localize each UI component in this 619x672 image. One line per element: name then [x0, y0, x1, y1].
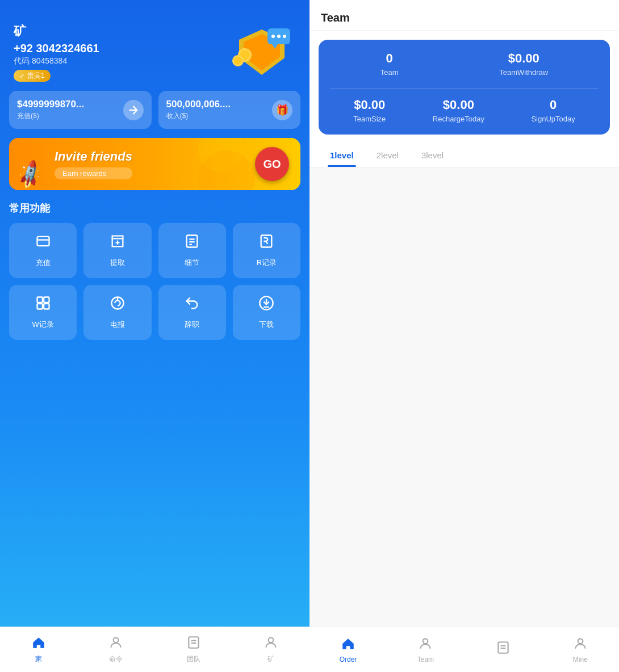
func-withdraw[interactable]: 提取	[83, 223, 151, 278]
func-detail[interactable]: 细节	[158, 223, 226, 278]
nav-home-label-left: 家	[35, 654, 42, 664]
svg-rect-18	[37, 297, 42, 303]
svg-point-5	[277, 35, 281, 38]
functions-grid-row2: W记录 电报 辞职	[0, 285, 310, 340]
svg-rect-11	[37, 237, 49, 246]
stat-team-size: $0.00 TeamSize	[353, 98, 386, 123]
team-stats-bottom: $0.00 TeamSize $0.00 RechargeToday 0 Sig…	[330, 98, 599, 123]
home-icon-left	[31, 635, 46, 653]
page-title: Team	[321, 11, 350, 24]
nav-order-label-right: Order	[340, 656, 357, 663]
svg-point-6	[283, 35, 286, 38]
nav-team-left[interactable]: 团队	[155, 627, 232, 672]
mine-icon-right	[573, 636, 588, 654]
header-left: 矿 +92 3042324661 代码 80458384 ✓ 贵宾1	[14, 23, 99, 82]
right-panel: Team 0 Team $0.00 TeamWithdraw $0.00 Tea…	[310, 0, 619, 672]
stat-team-value: 0	[386, 51, 393, 66]
svg-point-10	[234, 57, 242, 65]
svg-point-30	[423, 639, 428, 644]
team-icon-right	[418, 636, 433, 654]
balance-row: $4999999870... 充值($) 500,000,006.... 收入(…	[0, 91, 310, 129]
blank-icon-right	[496, 640, 511, 658]
func-w-record-label: W记录	[32, 320, 53, 330]
func-download[interactable]: 下载	[233, 285, 300, 340]
func-download-label: 下载	[259, 320, 274, 330]
nav-command-left[interactable]: 命令	[77, 627, 154, 672]
func-withdraw-label: 提取	[110, 258, 125, 268]
nav-home-left[interactable]: 家	[0, 627, 77, 672]
stat-team-withdraw-label: TeamWithdraw	[499, 68, 548, 77]
withdraw-icon	[110, 233, 126, 253]
stat-recharge-today: $0.00 RechargeToday	[433, 98, 484, 123]
w-record-icon	[35, 295, 51, 315]
nav-team-label-left: 团队	[187, 654, 200, 664]
header-area: 矿 +92 3042324661 代码 80458384 ✓ 贵宾1	[0, 0, 310, 91]
team-stats-card: 0 Team $0.00 TeamWithdraw $0.00 TeamSize…	[319, 40, 610, 135]
func-recharge-label: 充值	[36, 258, 51, 268]
header-decoration	[228, 24, 296, 81]
vip-badge: ✓ 贵宾1	[14, 70, 51, 82]
balance-amount-1: $4999999870...	[17, 99, 84, 110]
phone-number: +92 3042324661	[14, 42, 99, 55]
balance-icon-1	[123, 100, 144, 120]
invite-go-button[interactable]: GO	[255, 147, 289, 181]
invite-title: Invite friends	[55, 149, 132, 164]
func-r-record-label: R记录	[257, 258, 277, 268]
stat-recharge-today-value: $0.00	[443, 98, 474, 112]
right-header: Team	[310, 0, 619, 31]
svg-rect-21	[44, 304, 49, 309]
referral-code: 代码 80458384	[14, 56, 99, 66]
download-icon	[258, 295, 274, 315]
func-resign[interactable]: 辞职	[158, 285, 226, 340]
team-icon-left	[186, 635, 201, 653]
functions-grid-row1: 充值 提取 细节	[0, 223, 310, 278]
checkmark-icon: ✓	[19, 72, 25, 80]
level-tabs: 1level 2level 3level	[310, 144, 619, 167]
balance-card-1[interactable]: $4999999870... 充值($)	[9, 91, 152, 129]
stat-signup-today-value: 0	[550, 98, 557, 112]
balance-label-2: 收入($)	[166, 111, 231, 121]
nav-mine-label-left: 矿	[267, 654, 274, 664]
balance-card-1-left: $4999999870... 充值($)	[17, 99, 84, 121]
resign-icon	[184, 295, 200, 315]
svg-point-29	[269, 637, 274, 642]
stat-team: 0 Team	[380, 51, 399, 77]
nav-team-label-right: Team	[417, 656, 434, 663]
mine-label: 矿	[14, 23, 99, 40]
recharge-icon	[35, 233, 51, 253]
stat-recharge-today-label: RechargeToday	[433, 115, 484, 123]
stats-divider	[330, 88, 599, 89]
tab-1level[interactable]: 1level	[319, 144, 365, 167]
tab-3level[interactable]: 3level	[410, 144, 455, 167]
stat-signup-today-label: SignUpToday	[531, 115, 575, 123]
func-resign-label: 辞职	[185, 320, 199, 330]
svg-rect-20	[37, 304, 42, 309]
invite-banner[interactable]: 🚀 Invite friends Earn rewards GO	[9, 138, 300, 190]
nav-blank-right[interactable]	[465, 627, 542, 672]
nav-mine-left[interactable]: 矿	[232, 627, 310, 672]
nav-command-label-left: 命令	[109, 654, 123, 664]
mine-icon-left	[264, 635, 278, 653]
bottom-nav-left: 家 命令 团队	[0, 627, 310, 672]
balance-card-2[interactable]: 500,000,006.... 收入($) 🎁	[158, 91, 301, 129]
func-recharge[interactable]: 充值	[9, 223, 77, 278]
bottom-nav-right: Order Team	[310, 627, 619, 672]
balance-icon-2: 🎁	[272, 100, 292, 120]
nav-mine-right[interactable]: Mine	[542, 627, 619, 672]
func-w-record[interactable]: W记录	[9, 285, 77, 340]
balance-label-1: 充值($)	[17, 111, 84, 121]
nav-team-right[interactable]: Team	[387, 627, 464, 672]
invite-subtitle: Earn rewards	[55, 167, 132, 179]
func-r-record[interactable]: R记录	[233, 223, 300, 278]
functions-label: 常用功能	[0, 201, 310, 215]
nav-order-right[interactable]: Order	[310, 627, 387, 672]
stat-team-size-label: TeamSize	[353, 115, 386, 123]
tab-2level[interactable]: 2level	[365, 144, 410, 167]
stat-team-withdraw-value: $0.00	[508, 51, 539, 66]
team-content	[310, 167, 619, 627]
stat-signup-today: 0 SignUpToday	[531, 98, 575, 123]
stat-team-size-value: $0.00	[354, 98, 385, 112]
func-telegram[interactable]: 电报	[83, 285, 151, 340]
stat-team-withdraw: $0.00 TeamWithdraw	[499, 51, 548, 77]
team-stats-top: 0 Team $0.00 TeamWithdraw	[330, 51, 599, 77]
